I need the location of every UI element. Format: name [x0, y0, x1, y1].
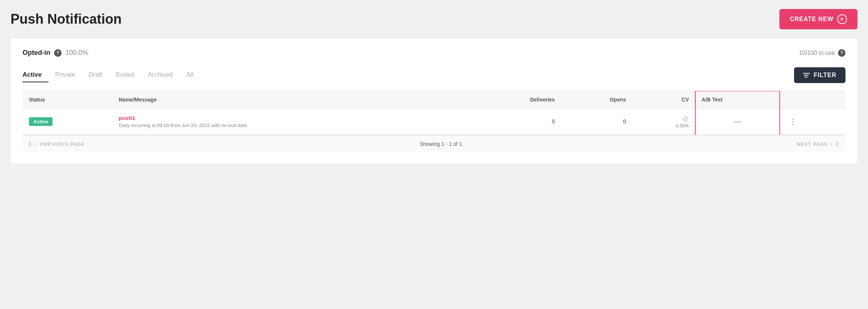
in-use-label: 10/100 in use	[799, 50, 835, 56]
col-cv: CV	[632, 91, 695, 108]
opted-in-help-icon[interactable]: ?	[54, 49, 62, 57]
cell-cv: ⊘ 0.00%	[632, 108, 695, 135]
last-page-icon[interactable]: ›|	[835, 141, 839, 147]
tab-archived[interactable]: Archived	[141, 68, 179, 82]
tab-active[interactable]: Active	[23, 68, 48, 82]
pagination-row: |‹ ‹ PREVIOUS PAGE Showing 1 - 1 of 1 NE…	[23, 135, 845, 153]
next-page-icon[interactable]: ›	[830, 141, 833, 147]
cell-actions: ⋮	[780, 108, 845, 135]
next-page-label[interactable]: NEXT PAGE	[797, 141, 828, 147]
cell-deliveries: 0	[469, 108, 561, 135]
tab-private[interactable]: Private	[48, 68, 82, 82]
cv-sub: 0.00%	[638, 123, 689, 129]
filter-button[interactable]: FILTER	[794, 67, 845, 83]
col-ab-test: A/B Test	[695, 91, 780, 108]
prev-page-label[interactable]: PREVIOUS PAGE	[40, 141, 85, 147]
main-card: Opted-in ? 100.0% 10/100 in use ? Active…	[11, 38, 857, 164]
notifications-table: Status Name/Message Deliveries Opens CV …	[23, 91, 845, 153]
opted-in-value: 100.0%	[65, 49, 88, 57]
cell-name-message: push1 Daily recurring at 09:00 from Jun …	[113, 108, 468, 135]
col-deliveries: Deliveries	[469, 91, 561, 108]
tabs-row: Active Private Draft Ended Archived All …	[23, 67, 845, 83]
tabs-container: Active Private Draft Ended Archived All	[23, 68, 200, 82]
create-new-button[interactable]: CREATE NEW +	[779, 9, 857, 29]
page-title: Push Notification	[11, 11, 122, 27]
cell-status: Active	[23, 108, 113, 135]
first-page-icon[interactable]: |‹	[29, 141, 33, 147]
create-new-label: CREATE NEW	[790, 16, 833, 23]
notification-description: Daily recurring at 09:00 from Jun 29, 20…	[119, 123, 462, 128]
pagination-prev[interactable]: |‹ ‹ PREVIOUS PAGE	[29, 141, 85, 147]
table-row: Active push1 Daily recurring at 09:00 fr…	[23, 108, 845, 135]
tab-ended[interactable]: Ended	[109, 68, 141, 82]
col-name-message: Name/Message	[113, 91, 468, 108]
ab-test-dash: —	[734, 117, 741, 126]
in-use-section: 10/100 in use ?	[799, 49, 845, 57]
pagination-next[interactable]: NEXT PAGE › ›|	[797, 141, 839, 147]
pagination-info: Showing 1 - 1 of 1	[420, 141, 462, 147]
notification-name[interactable]: push1	[119, 115, 462, 121]
filter-btn-label: FILTER	[814, 72, 836, 79]
page-wrapper: Push Notification CREATE NEW + Opted-in …	[0, 0, 868, 309]
plus-icon: +	[837, 14, 847, 24]
stats-row: Opted-in ? 100.0% 10/100 in use ?	[23, 49, 845, 57]
col-status: Status	[23, 91, 113, 108]
prev-page-icon[interactable]: ‹	[36, 141, 38, 147]
opens-main: 0	[567, 118, 626, 124]
opted-in-section: Opted-in ? 100.0%	[23, 49, 88, 57]
tab-all[interactable]: All	[179, 68, 200, 82]
tab-draft[interactable]: Draft	[82, 68, 109, 82]
cell-ab-test: —	[695, 108, 780, 135]
table-header-row: Status Name/Message Deliveries Opens CV …	[23, 91, 845, 108]
page-header: Push Notification CREATE NEW +	[11, 9, 857, 29]
opted-in-label: Opted-in	[23, 49, 50, 57]
cv-no-symbol: ⊘	[638, 114, 689, 123]
in-use-help-icon[interactable]: ?	[838, 49, 845, 57]
filter-icon	[803, 73, 810, 77]
pagination-container: |‹ ‹ PREVIOUS PAGE Showing 1 - 1 of 1 NE…	[23, 135, 845, 153]
cell-opens: 0	[561, 108, 632, 135]
col-opens: Opens	[561, 91, 632, 108]
more-actions-button[interactable]: ⋮	[786, 115, 800, 127]
col-actions	[780, 91, 845, 108]
status-badge: Active	[29, 117, 53, 126]
